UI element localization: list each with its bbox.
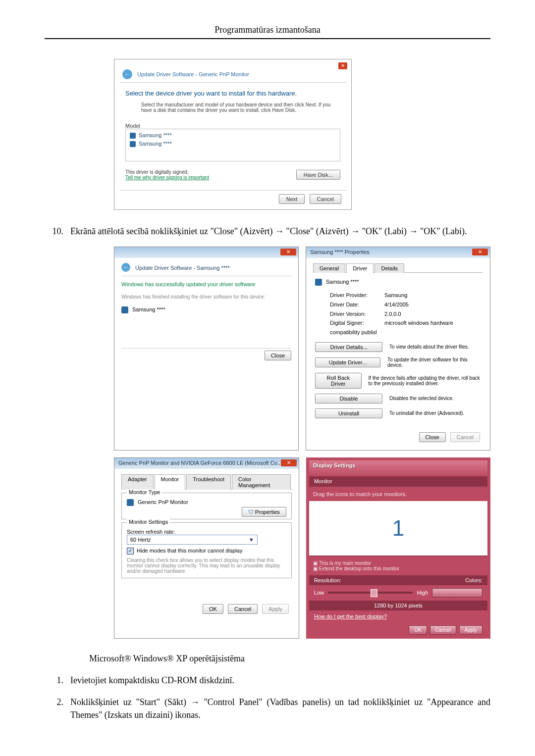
model-item: Samsung ****: [128, 140, 338, 148]
monitor-type-value: Generic PnP Monitor: [138, 499, 188, 505]
monitor-icon: [130, 141, 136, 147]
success-headline: Windows has successfully updated your dr…: [121, 281, 291, 287]
close-icon[interactable]: ✕: [472, 249, 488, 255]
apply-button[interactable]: Apply: [459, 625, 482, 635]
success-sub: Windows has finished installing the driv…: [121, 294, 291, 300]
breadcrumb: Update Driver Software - Generic PnP Mon…: [137, 71, 249, 77]
date-value: 4/14/2005: [384, 302, 409, 307]
breadcrumb: Update Driver Software - Samsung ****: [135, 265, 230, 271]
driver-details-button[interactable]: Driver Details...: [315, 342, 382, 352]
dialog-title: Generic PnP Monitor and NVIDIA GeForce 6…: [114, 458, 299, 468]
signer-label: Digital Signer:: [330, 318, 384, 328]
shield-icon: 🛡: [248, 509, 254, 515]
monitor-settings-fieldset: Monitor Settings Screen refresh rate: 60…: [121, 522, 292, 578]
date-label: Driver Date:: [330, 300, 384, 309]
uninstall-desc: To uninstall the driver (Advanced).: [389, 410, 464, 416]
wizard-desc: Select the manufacturer and model of you…: [141, 102, 340, 113]
driver-wizard-dialog: ✕ ← Update Driver Software - Generic PnP…: [114, 59, 352, 210]
tabset: General Driver Details: [313, 263, 483, 273]
cancel-button[interactable]: Cancel: [430, 625, 456, 635]
header-rule: [45, 38, 490, 39]
step-2: 2. Noklikšķiniet uz "Start" (Sākt) → "Co…: [45, 696, 490, 721]
back-arrow-icon[interactable]: ←: [122, 69, 132, 79]
main-monitor-checkbox[interactable]: ▣ This is my main monitor: [313, 560, 483, 566]
extend-desktop-checkbox[interactable]: ▣ Extend the desktop onto this monitor: [313, 566, 483, 571]
resolution-slider[interactable]: Low High: [309, 585, 487, 601]
signed-text: This driver is digitally signed.: [125, 169, 189, 175]
refresh-combobox[interactable]: 60 Hertz ▼: [127, 535, 258, 545]
hide-modes-checkbox[interactable]: ✓ Hide modes that this monitor cannot di…: [127, 548, 286, 554]
next-button[interactable]: Next: [279, 194, 305, 204]
resolution-label: Resolution:: [314, 577, 341, 583]
tab-monitor[interactable]: Monitor: [155, 474, 186, 490]
close-button[interactable]: Close: [265, 351, 291, 360]
disable-button[interactable]: Disable: [315, 394, 382, 403]
drag-instruction: Drag the icons to match your monitors.: [309, 486, 487, 501]
cancel-button[interactable]: Cancel: [228, 604, 258, 614]
panel-title: Display Settings: [309, 460, 487, 476]
refresh-label: Screen refresh rate:: [127, 529, 286, 535]
ok-button[interactable]: OK: [409, 625, 427, 635]
slider-thumb-icon[interactable]: [371, 589, 377, 597]
properties-dialog: Samsung **** Properties ✕ General Driver…: [306, 247, 490, 451]
update-done-dialog: ✕ ← Update Driver Software - Samsung ***…: [114, 247, 299, 451]
uninstall-button[interactable]: Uninstall: [315, 408, 382, 418]
tab-driver[interactable]: Driver: [346, 263, 374, 273]
version-value: 2.0.0.0: [384, 311, 401, 317]
monitor-icon: [130, 133, 136, 139]
resolution-value: 1280 by 1024 pixels: [309, 601, 487, 610]
device-name: Samsung ****: [326, 279, 359, 285]
page-header: Programmatūras izmantošana: [45, 25, 490, 35]
close-button[interactable]: Close: [419, 432, 446, 442]
model-item: Samsung ****: [128, 131, 338, 140]
chevron-down-icon: ▼: [249, 537, 254, 543]
signing-link[interactable]: Tell me why driver signing is important: [125, 175, 209, 180]
provider-value: Samsung: [384, 292, 407, 298]
version-label: Driver Version:: [330, 309, 384, 319]
step-10: 10. Ekrānā attēlotā secībā noklikšķiniet…: [45, 225, 490, 238]
tab-troubleshoot[interactable]: Troubleshoot: [186, 474, 231, 490]
hide-modes-desc: Clearing this check box allows you to se…: [127, 557, 286, 574]
panel-tab[interactable]: Monitor: [309, 476, 487, 486]
tab-color[interactable]: Color Management: [232, 474, 291, 490]
dialog-title: Samsung **** Properties: [306, 247, 490, 257]
monitor-icon: [127, 499, 134, 506]
os-heading: Microsoft® Windows® XP operētājsistēma: [89, 654, 490, 664]
properties-button[interactable]: 🛡 Properties: [242, 507, 286, 517]
step-1: 1. Ievietojiet kompaktdisku CD-ROM diskd…: [45, 674, 490, 687]
ok-button[interactable]: OK: [203, 604, 223, 614]
device-name: Samsung ****: [132, 306, 165, 312]
wizard-headline: Select the device driver you want to ins…: [125, 90, 346, 97]
colors-label: Colors:: [465, 577, 482, 583]
model-label: Model: [125, 123, 340, 129]
disable-desc: Disables the selected device.: [389, 396, 454, 401]
close-icon[interactable]: ✕: [280, 249, 296, 255]
model-list[interactable]: Samsung **** Samsung ****: [125, 129, 340, 161]
tab-adapter[interactable]: Adapter: [121, 474, 154, 490]
monitor-icon: [121, 306, 128, 313]
cancel-button[interactable]: Cancel: [310, 194, 341, 204]
update-driver-button[interactable]: Update Driver...: [315, 357, 380, 367]
provider-label: Driver Provider:: [330, 291, 384, 300]
update-driver-desc: To update the driver software for this d…: [387, 357, 481, 368]
display-settings-panel: Display Settings Monitor Drag the icons …: [306, 457, 490, 639]
cancel-button: Cancel: [450, 432, 480, 442]
back-arrow-icon[interactable]: ←: [121, 263, 130, 272]
rollback-driver-desc: If the device fails after updating the d…: [369, 375, 481, 386]
tab-general[interactable]: General: [313, 263, 345, 273]
close-icon[interactable]: ✕: [281, 459, 297, 466]
monitor-preview[interactable]: 1: [309, 501, 487, 555]
monitor-type-fieldset: Monitor Type Generic PnP Monitor 🛡 Prope…: [121, 493, 292, 519]
tab-details[interactable]: Details: [374, 263, 404, 273]
have-disk-button[interactable]: Have Disk...: [296, 170, 340, 180]
rollback-driver-button[interactable]: Roll Back Driver: [315, 373, 362, 389]
monitor-icon: [315, 279, 322, 286]
driver-details-desc: To view details about the driver files.: [389, 344, 469, 350]
help-link[interactable]: How do I get the best display?: [309, 610, 487, 622]
apply-button: Apply: [262, 604, 289, 614]
colors-combobox[interactable]: [432, 588, 482, 598]
monitor-settings-dialog: Generic PnP Monitor and NVIDIA GeForce 6…: [114, 457, 299, 639]
